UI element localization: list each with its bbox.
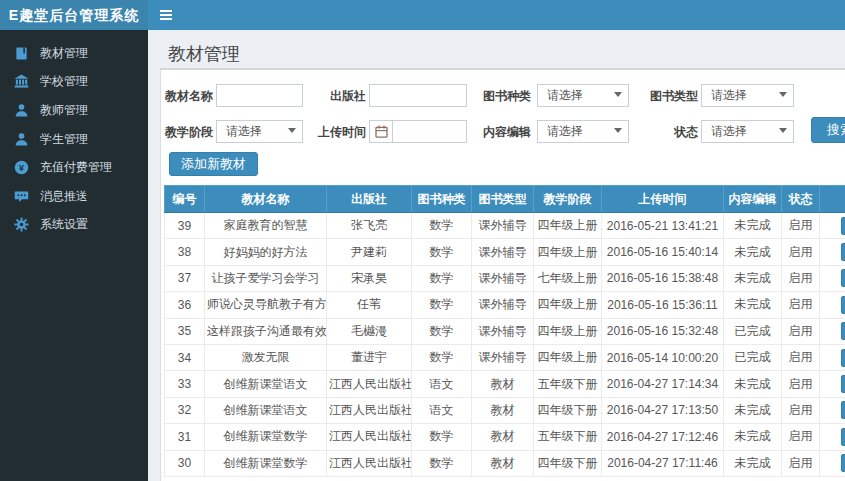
row-action-button[interactable] — [841, 322, 845, 340]
textbook-name-label: 教材名称 — [163, 84, 213, 108]
cell-actions — [820, 292, 845, 318]
sidebar-item-payment[interactable]: ¥ 充值付费管理 — [0, 153, 148, 182]
col-category: 图书种类 — [412, 186, 472, 213]
row-action-button[interactable] — [841, 375, 845, 393]
cell-category: 数学 — [412, 213, 472, 239]
book-type-select[interactable]: 请选择 — [701, 84, 794, 107]
chevron-down-icon — [779, 92, 787, 97]
sidebar-toggle-icon[interactable] — [148, 0, 184, 30]
cell-id: 37 — [165, 265, 205, 291]
cell-content-edit: 未完成 — [724, 371, 782, 397]
cell-publisher: 江西人民出版社 — [327, 424, 412, 450]
message-icon — [14, 189, 29, 204]
cell-stage: 四年级上册 — [534, 239, 602, 265]
cell-id: 35 — [165, 318, 205, 344]
sidebar-item-teacher[interactable]: 教师管理 — [0, 96, 148, 125]
cell-id: 30 — [165, 450, 205, 476]
cell-content-edit: 已完成 — [724, 344, 782, 370]
publisher-input[interactable] — [369, 84, 467, 107]
table-row: 39家庭教育的智慧张飞亮数学课外辅导四年级上册2016-05-21 13:41:… — [165, 213, 845, 239]
cell-category: 数学 — [412, 424, 472, 450]
cell-name: 创维新课堂数学 — [205, 450, 327, 476]
status-label: 状态 — [648, 120, 698, 144]
cell-upload-time: 2016-04-27 17:14:34 — [602, 371, 724, 397]
cell-name: 师说心灵导航教子有方 — [205, 292, 327, 318]
cell-type: 教材 — [472, 450, 534, 476]
cell-category: 数学 — [412, 239, 472, 265]
table-row: 36师说心灵导航教子有方任苇数学课外辅导四年级上册2016-05-16 15:3… — [165, 292, 845, 318]
book-category-select[interactable]: 请选择 — [537, 84, 629, 107]
cell-id: 39 — [165, 213, 205, 239]
row-action-button[interactable] — [841, 454, 845, 472]
cell-actions — [820, 344, 845, 370]
cell-stage: 五年级下册 — [534, 424, 602, 450]
row-action-button[interactable] — [841, 349, 845, 367]
cell-actions — [820, 424, 845, 450]
row-action-button[interactable] — [841, 269, 845, 287]
cell-publisher: 董进宇 — [327, 344, 412, 370]
cell-stage: 四年级上册 — [534, 318, 602, 344]
cell-actions — [820, 239, 845, 265]
cell-type: 课外辅导 — [472, 318, 534, 344]
cell-content-edit: 已完成 — [724, 318, 782, 344]
cell-actions — [820, 213, 845, 239]
upload-time-input[interactable] — [392, 120, 467, 143]
col-upload-time: 上传时间 — [602, 186, 724, 213]
sidebar-item-student[interactable]: 学生管理 — [0, 125, 148, 154]
status-select[interactable]: 请选择 — [701, 120, 794, 143]
cell-type: 教材 — [472, 371, 534, 397]
cell-name: 激发无限 — [205, 344, 327, 370]
sidebar-item-settings[interactable]: 系统设置 — [0, 211, 148, 240]
cell-upload-time: 2016-05-16 15:40:14 — [602, 239, 724, 265]
cell-stage: 四年级上册 — [534, 213, 602, 239]
col-id: 编号 — [165, 186, 205, 213]
cell-stage: 五年级下册 — [534, 371, 602, 397]
cell-id: 38 — [165, 239, 205, 265]
cell-upload-time: 2016-04-27 17:13:50 — [602, 397, 724, 423]
col-content-edit: 内容编辑 — [724, 186, 782, 213]
sidebar-item-school[interactable]: 学校管理 — [0, 68, 148, 97]
row-action-button[interactable] — [841, 401, 845, 419]
sidebar-item-message[interactable]: 消息推送 — [0, 182, 148, 211]
cell-status: 启用 — [782, 450, 820, 476]
teaching-stage-select[interactable]: 请选择 — [216, 120, 303, 143]
cell-id: 33 — [165, 371, 205, 397]
cell-id: 31 — [165, 424, 205, 450]
row-action-button[interactable] — [841, 428, 845, 446]
cell-actions — [820, 397, 845, 423]
cell-status: 启用 — [782, 344, 820, 370]
cell-content-edit: 未完成 — [724, 424, 782, 450]
sidebar-item-book[interactable]: 教材管理 — [0, 39, 148, 68]
cell-category: 数学 — [412, 265, 472, 291]
cell-stage: 七年级上册 — [534, 265, 602, 291]
cell-actions — [820, 318, 845, 344]
cell-status: 启用 — [782, 213, 820, 239]
content-edit-select[interactable]: 请选择 — [537, 120, 629, 143]
cell-stage: 四年级上册 — [534, 344, 602, 370]
table-row: 32创维新课堂语文江西人民出版社语文教材四年级下册2016-04-27 17:1… — [165, 397, 845, 423]
search-button[interactable]: 搜索 — [811, 117, 845, 143]
cell-content-edit: 未完成 — [724, 239, 782, 265]
sidebar: 教材管理 学校管理 教师管理 学生管理 ¥ 充值付费管理 消息推送 系统设置 — [0, 30, 148, 481]
row-action-button[interactable] — [841, 217, 845, 235]
student-icon — [14, 132, 29, 147]
cell-type: 教材 — [472, 397, 534, 423]
table-row: 34激发无限董进宇数学课外辅导四年级上册2016-05-14 10:00:20已… — [165, 344, 845, 370]
textbook-name-input[interactable] — [216, 84, 303, 107]
col-status: 状态 — [782, 186, 820, 213]
table-row: 35这样跟孩子沟通最有效毛樾漫数学课外辅导四年级上册2016-05-16 15:… — [165, 318, 845, 344]
cell-category: 数学 — [412, 292, 472, 318]
cell-publisher: 尹建莉 — [327, 239, 412, 265]
cell-upload-time: 2016-05-16 15:36:11 — [602, 292, 724, 318]
row-action-button[interactable] — [841, 296, 845, 314]
cell-status: 启用 — [782, 292, 820, 318]
app-title: E趣堂后台管理系统 — [0, 0, 148, 30]
cell-upload-time: 2016-05-21 13:41:21 — [602, 213, 724, 239]
cell-type: 课外辅导 — [472, 213, 534, 239]
calendar-icon — [369, 120, 393, 143]
cell-upload-time: 2016-05-14 10:00:20 — [602, 344, 724, 370]
table-row: 37让孩子爱学习会学习宋承昊数学课外辅导七年级上册2016-05-16 15:3… — [165, 265, 845, 291]
row-action-button[interactable] — [841, 243, 845, 261]
col-name: 教材名称 — [205, 186, 327, 213]
add-textbook-button[interactable]: 添加新教材 — [169, 152, 258, 176]
